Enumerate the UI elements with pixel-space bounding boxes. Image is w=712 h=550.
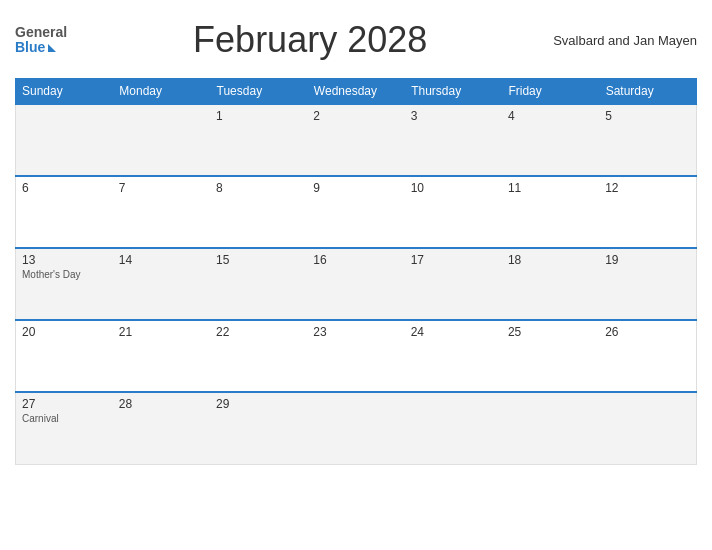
day-number: 9 [313, 181, 398, 195]
calendar-cell: 22 [210, 320, 307, 392]
day-number: 25 [508, 325, 593, 339]
calendar-cell: 11 [502, 176, 599, 248]
calendar-cell: 19 [599, 248, 696, 320]
calendar-cell: 8 [210, 176, 307, 248]
calendar-cell: 15 [210, 248, 307, 320]
day-number: 21 [119, 325, 204, 339]
day-number: 22 [216, 325, 301, 339]
day-number: 20 [22, 325, 107, 339]
calendar-cell: 12 [599, 176, 696, 248]
day-number: 16 [313, 253, 398, 267]
col-friday: Friday [502, 79, 599, 105]
day-number: 13 [22, 253, 107, 267]
region-label: Svalbard and Jan Mayen [553, 33, 697, 48]
day-number: 1 [216, 109, 301, 123]
day-number: 14 [119, 253, 204, 267]
calendar-cell [307, 392, 404, 464]
day-number: 28 [119, 397, 204, 411]
calendar-cell: 7 [113, 176, 210, 248]
calendar-cell: 13Mother's Day [16, 248, 113, 320]
day-number: 24 [411, 325, 496, 339]
calendar-week-row: 6789101112 [16, 176, 697, 248]
col-tuesday: Tuesday [210, 79, 307, 105]
calendar-cell: 17 [405, 248, 502, 320]
calendar-cell [502, 392, 599, 464]
calendar-cell [16, 104, 113, 176]
calendar-cell: 28 [113, 392, 210, 464]
calendar-page: General Blue February 2028 Svalbard and … [0, 0, 712, 550]
day-number: 3 [411, 109, 496, 123]
calendar-week-row: 20212223242526 [16, 320, 697, 392]
calendar-cell: 4 [502, 104, 599, 176]
calendar-cell: 6 [16, 176, 113, 248]
calendar-cell: 25 [502, 320, 599, 392]
logo-blue-text: Blue [15, 40, 67, 55]
calendar-header: General Blue February 2028 Svalbard and … [15, 10, 697, 70]
calendar-cell: 26 [599, 320, 696, 392]
calendar-cell: 1 [210, 104, 307, 176]
calendar-cell: 14 [113, 248, 210, 320]
calendar-cell: 3 [405, 104, 502, 176]
col-monday: Monday [113, 79, 210, 105]
logo: General Blue [15, 25, 67, 56]
calendar-cell: 27Carnival [16, 392, 113, 464]
day-event: Carnival [22, 413, 107, 424]
col-saturday: Saturday [599, 79, 696, 105]
day-number: 26 [605, 325, 690, 339]
calendar-cell: 10 [405, 176, 502, 248]
calendar-header-row: Sunday Monday Tuesday Wednesday Thursday… [16, 79, 697, 105]
calendar-cell: 5 [599, 104, 696, 176]
month-title: February 2028 [67, 19, 553, 61]
day-number: 8 [216, 181, 301, 195]
day-number: 15 [216, 253, 301, 267]
day-number: 7 [119, 181, 204, 195]
day-number: 27 [22, 397, 107, 411]
logo-general-text: General [15, 25, 67, 40]
calendar-cell [405, 392, 502, 464]
calendar-cell: 16 [307, 248, 404, 320]
calendar-week-row: 27Carnival2829 [16, 392, 697, 464]
day-number: 18 [508, 253, 593, 267]
calendar-cell: 21 [113, 320, 210, 392]
day-number: 6 [22, 181, 107, 195]
day-event: Mother's Day [22, 269, 107, 280]
day-number: 2 [313, 109, 398, 123]
calendar-cell: 2 [307, 104, 404, 176]
day-number: 5 [605, 109, 690, 123]
day-number: 4 [508, 109, 593, 123]
col-sunday: Sunday [16, 79, 113, 105]
col-wednesday: Wednesday [307, 79, 404, 105]
calendar-cell: 9 [307, 176, 404, 248]
day-number: 12 [605, 181, 690, 195]
day-number: 19 [605, 253, 690, 267]
logo-triangle-icon [48, 44, 56, 52]
calendar-cell: 24 [405, 320, 502, 392]
col-thursday: Thursday [405, 79, 502, 105]
calendar-cell [599, 392, 696, 464]
day-number: 11 [508, 181, 593, 195]
day-number: 17 [411, 253, 496, 267]
calendar-cell: 29 [210, 392, 307, 464]
day-number: 29 [216, 397, 301, 411]
calendar-week-row: 12345 [16, 104, 697, 176]
calendar-cell [113, 104, 210, 176]
calendar-cell: 20 [16, 320, 113, 392]
day-number: 23 [313, 325, 398, 339]
day-number: 10 [411, 181, 496, 195]
calendar-table: Sunday Monday Tuesday Wednesday Thursday… [15, 78, 697, 465]
calendar-cell: 23 [307, 320, 404, 392]
calendar-cell: 18 [502, 248, 599, 320]
calendar-week-row: 13Mother's Day141516171819 [16, 248, 697, 320]
